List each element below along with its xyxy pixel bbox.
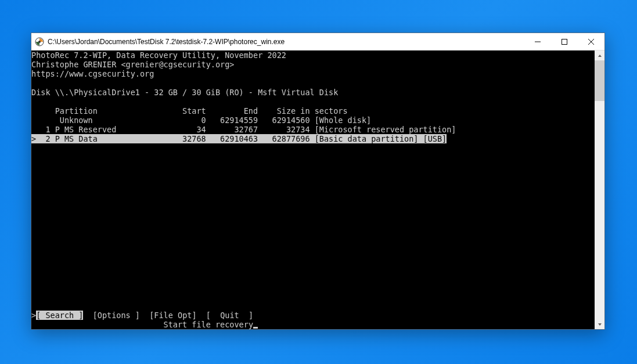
app-header-line2: Christophe GRENIER <grenier@cgsecurity.o… [31, 60, 235, 69]
minimize-button[interactable] [524, 33, 551, 50]
svg-point-1 [38, 41, 41, 43]
maximize-button[interactable] [551, 33, 578, 50]
menu-fileopt[interactable]: [File Opt] [149, 311, 196, 320]
menu-options[interactable]: [Options ] [93, 311, 140, 320]
scroll-down-icon[interactable] [595, 319, 604, 329]
app-header-line1: PhotoRec 7.2-WIP, Data Recovery Utility,… [31, 51, 286, 60]
svg-marker-6 [598, 55, 602, 57]
console-output[interactable]: PhotoRec 7.2-WIP, Data Recovery Utility,… [31, 51, 595, 329]
window-controls [524, 33, 604, 50]
app-icon [35, 37, 44, 46]
cursor-icon [253, 327, 258, 329]
menu-hint: Start file recovery [164, 320, 253, 329]
menu-caret: > [31, 311, 36, 320]
scroll-up-icon[interactable] [595, 51, 604, 60]
svg-marker-7 [598, 323, 602, 326]
menu-quit[interactable]: [ Quit ] [206, 311, 253, 320]
titlebar[interactable]: C:\Users\Jordan\Documents\TestDisk 7.2\t… [31, 33, 604, 51]
close-button[interactable] [578, 33, 604, 50]
partition-table-header: Partition Start End Size in sectors [31, 106, 348, 116]
app-window: C:\Users\Jordan\Documents\TestDisk 7.2\t… [31, 33, 605, 330]
scrollbar-thumb[interactable] [595, 60, 604, 101]
disk-info: Disk \\.\PhysicalDrive1 - 32 GB / 30 GiB… [31, 88, 338, 97]
window-title: C:\Users\Jordan\Documents\TestDisk 7.2\t… [48, 38, 524, 46]
partition-row[interactable]: Unknown 0 62914559 62914560 [Whole disk] [31, 116, 371, 125]
partition-row[interactable]: 1 P MS Reserved 34 32767 32734 [Microsof… [31, 125, 456, 134]
app-header-url: https://www.cgsecurity.org [31, 69, 154, 78]
svg-rect-3 [562, 39, 567, 44]
vertical-scrollbar[interactable] [595, 51, 604, 329]
menu-search[interactable]: [ Search ] [36, 311, 83, 320]
partition-row-selected[interactable]: > 2 P MS Data 32768 62910463 62877696 [B… [31, 134, 447, 143]
